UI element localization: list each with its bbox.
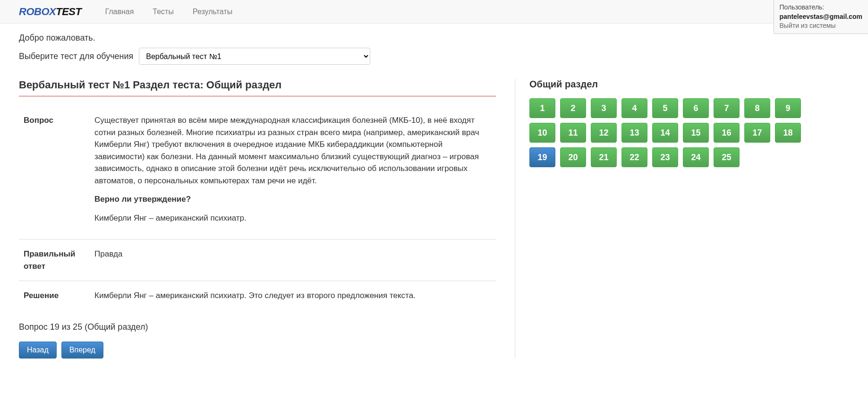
question-cell-20[interactable]: 20 — [560, 147, 586, 167]
question-cell-2[interactable]: 2 — [560, 98, 586, 118]
nav-home[interactable]: Главная — [95, 0, 143, 23]
question-cell-22[interactable]: 22 — [621, 147, 647, 167]
question-cell-5[interactable]: 5 — [652, 98, 678, 118]
question-prompt: Верно ли утверждение? — [94, 193, 491, 205]
question-cell-25[interactable]: 25 — [714, 147, 740, 167]
user-label: Пользователь: — [780, 3, 863, 12]
question-row: Вопрос Существует принятая во всём мире … — [19, 106, 496, 239]
answer-row: Правильный ответ Правда — [19, 239, 496, 281]
question-cell-12[interactable]: 12 — [591, 123, 617, 143]
container: Добро пожаловать. Выберите тест для обуч… — [0, 24, 868, 368]
question-cell-1[interactable]: 1 — [529, 98, 555, 118]
question-cell-16[interactable]: 16 — [714, 123, 740, 143]
question-cell-10[interactable]: 10 — [529, 123, 555, 143]
question-cell-13[interactable]: 13 — [621, 123, 647, 143]
question-cell-17[interactable]: 17 — [744, 123, 770, 143]
nav-links: Главная Тесты Результаты — [95, 0, 242, 23]
question-table: Вопрос Существует принятая во всём мире … — [19, 106, 496, 310]
question-cell-3[interactable]: 3 — [591, 98, 617, 118]
question-cell-8[interactable]: 8 — [744, 98, 770, 118]
question-cell-15[interactable]: 15 — [683, 123, 709, 143]
question-cell-21[interactable]: 21 — [591, 147, 617, 167]
question-cell-6[interactable]: 6 — [683, 98, 709, 118]
nav-buttons: Назад Вперед — [19, 342, 496, 359]
question-cell-23[interactable]: 23 — [652, 147, 678, 167]
answer-label: Правильный ответ — [19, 239, 90, 281]
solution-row: Решение Кимберли Янг – американский псих… — [19, 281, 496, 310]
brand-part2: TEST — [56, 6, 81, 17]
welcome-text: Добро пожаловать. — [19, 33, 849, 43]
question-grid: 1234567891011121314151617181920212223242… — [529, 98, 822, 167]
brand-part1: ROBOX — [19, 6, 56, 17]
question-label: Вопрос — [19, 106, 90, 239]
question-cell-18[interactable]: 18 — [775, 123, 801, 143]
back-button[interactable]: Назад — [19, 342, 57, 359]
question-statement: Кимберли Янг – американский психиатр. — [94, 212, 491, 224]
brand-logo[interactable]: ROBOXTEST — [19, 6, 81, 18]
solution-label: Решение — [19, 281, 90, 310]
navbar: ROBOXTEST Главная Тесты Результаты Польз… — [0, 0, 868, 24]
solution-value: Кимберли Янг – американский психиатр. Эт… — [90, 281, 496, 310]
question-body: Существует принятая во всём мире междуна… — [90, 106, 496, 239]
logout-link[interactable]: Выйти из системы — [780, 21, 863, 31]
columns: Вербальный тест №1 Раздел теста: Общий р… — [19, 79, 849, 359]
question-cell-11[interactable]: 11 — [560, 123, 586, 143]
progress-text: Вопрос 19 из 25 (Общий раздел) — [19, 322, 496, 332]
question-cell-24[interactable]: 24 — [683, 147, 709, 167]
question-cell-9[interactable]: 9 — [775, 98, 801, 118]
question-cell-19[interactable]: 19 — [529, 147, 555, 167]
select-row: Выберите тест для обучения Вербальный те… — [19, 48, 849, 65]
question-cell-7[interactable]: 7 — [714, 98, 740, 118]
side-title: Общий раздел — [529, 79, 849, 90]
question-cell-14[interactable]: 14 — [652, 123, 678, 143]
question-cell-4[interactable]: 4 — [621, 98, 647, 118]
user-email: panteleevstas@gmail.com — [780, 12, 863, 22]
nav-results[interactable]: Результаты — [183, 0, 242, 23]
answer-value: Правда — [90, 239, 496, 281]
test-select[interactable]: Вербальный тест №1 — [139, 48, 370, 65]
user-box: Пользователь: panteleevstas@gmail.com Вы… — [774, 0, 868, 34]
question-passage: Существует принятая во всём мире междуна… — [94, 114, 491, 187]
main-column: Вербальный тест №1 Раздел теста: Общий р… — [19, 79, 496, 359]
select-label: Выберите тест для обучения — [19, 51, 133, 61]
section-title: Вербальный тест №1 Раздел теста: Общий р… — [19, 79, 496, 96]
side-column: Общий раздел 123456789101112131415161718… — [515, 79, 849, 359]
forward-button[interactable]: Вперед — [61, 342, 103, 359]
nav-tests[interactable]: Тесты — [143, 0, 183, 23]
